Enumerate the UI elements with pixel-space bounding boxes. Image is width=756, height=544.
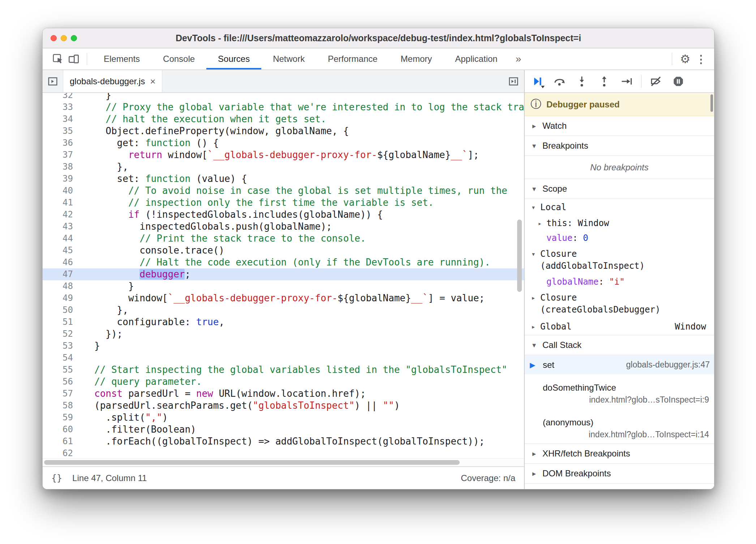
code-text[interactable]: configurable: true, [73,316,224,328]
call-stack-frame-set[interactable]: ▶setglobals-debugger.js:47 [525,355,714,374]
scope-variable-this[interactable]: ▸this: Window [525,216,714,231]
disclosure-expanded-icon[interactable]: ▾ [531,184,538,193]
scope-group-closure-createglobalsdebugger[interactable]: ▸Closure (createGlobalsDebugger) [525,289,714,318]
vertical-scrollbar-thumb[interactable] [517,220,522,292]
frame-location[interactable]: index.html?glob…sToInspect=i:9 [589,395,709,404]
call-stack-frame-anonymous[interactable]: (anonymous)index.html?glob…ToInspect=i:1… [525,409,714,444]
more-panels-button[interactable]: » [509,48,528,69]
code-text[interactable]: }, [73,304,128,316]
line-number-42[interactable]: 42 [43,209,73,221]
device-toolbar-button[interactable] [66,48,82,69]
line-number-60[interactable]: 60 [43,424,73,435]
tab-performance[interactable]: Performance [316,48,389,69]
line-number-45[interactable]: 45 [43,245,73,256]
disclosure-collapsed-icon[interactable]: ▸ [536,217,544,229]
code-text[interactable]: } [73,340,100,352]
disclosure-expanded-icon[interactable]: ▾ [531,141,538,150]
call-stack-frame-dosomethingtwice[interactable]: doSomethingTwiceindex.html?glob…sToInspe… [525,374,714,409]
section-header-watch[interactable]: ▸Watch [525,116,714,136]
code-text[interactable]: .split(",") [73,412,168,424]
code-text[interactable]: // Proxy the global variable that we're … [73,101,524,113]
scope-group-closure-addglobaltoinspect[interactable]: ▾Closure (addGlobalToInspect) [525,246,714,275]
disclosure-expanded-icon[interactable]: ▾ [530,248,537,260]
code-text[interactable]: return window[`__globals-debugger-proxy-… [73,149,479,161]
step-out-button[interactable] [596,73,612,89]
disclosure-collapsed-icon[interactable]: ▸ [530,321,537,333]
code-text[interactable]: if (!inspectedGlobals.includes(globalNam… [73,209,383,221]
code-text[interactable]: (parsedUrl.searchParams.get("globalsToIn… [73,400,400,412]
step-over-button[interactable] [551,73,567,89]
disclosure-collapsed-icon[interactable]: ▸ [530,292,537,304]
line-number-43[interactable]: 43 [43,221,73,233]
deactivate-breakpoints-button[interactable] [648,73,664,89]
code-text[interactable]: } [73,280,134,292]
code-text[interactable]: // halt the execution when it gets set. [73,113,326,125]
line-number-48[interactable]: 48 [43,280,73,292]
scope-group-local[interactable]: ▾Local [525,199,714,216]
code-text[interactable]: get: function () { [73,137,219,149]
line-number-41[interactable]: 41 [43,197,73,209]
code-text[interactable] [73,352,94,364]
code-text[interactable]: window[`__globals-debugger-proxy-for-${g… [73,292,485,304]
step-button[interactable] [619,73,635,89]
line-number-58[interactable]: 58 [43,400,73,412]
line-number-44[interactable]: 44 [43,233,73,245]
pretty-print-button[interactable]: {} [51,473,62,483]
step-into-button[interactable] [574,73,590,89]
code-text[interactable]: set: function (value) { [73,173,247,185]
code-text[interactable]: // Print the stack trace to the console. [73,233,366,245]
line-number-56[interactable]: 56 [43,376,73,388]
code-text[interactable]: // Start inspecting the global variables… [73,364,507,376]
frame-location[interactable]: globals-debugger.js:47 [626,360,710,370]
section-header-xhr-fetch-breakpoints[interactable]: ▸XHR/fetch Breakpoints [525,443,714,464]
frame-location[interactable]: index.html?glob…ToInspect=i:14 [589,430,709,439]
code-text[interactable]: Object.defineProperty(window, globalName… [73,125,349,137]
code-text[interactable]: // query parameter. [73,376,202,388]
line-number-55[interactable]: 55 [43,364,73,376]
minimize-window-button[interactable] [61,35,67,41]
code-text[interactable]: } [73,93,111,101]
disclosure-collapsed-icon[interactable]: ▸ [531,469,538,478]
tab-sources[interactable]: Sources [206,48,261,69]
resume-button[interactable] [529,73,545,89]
section-header-scope[interactable]: ▾Scope [525,179,714,199]
code-text[interactable] [73,447,94,459]
show-navigator-button[interactable] [43,70,63,92]
code-text[interactable]: console.trace() [73,245,224,256]
disclosure-expanded-icon[interactable]: ▾ [530,201,537,213]
line-number-53[interactable]: 53 [43,340,73,352]
line-number-32[interactable]: 32 [43,93,73,101]
zoom-window-button[interactable] [71,35,77,41]
line-number-50[interactable]: 50 [43,304,73,316]
code-text[interactable]: }); [73,328,123,340]
section-header-call-stack[interactable]: ▾Call Stack [525,335,714,355]
line-number-61[interactable]: 61 [43,435,73,447]
settings-gear-icon[interactable]: ⚙ [677,48,693,69]
code-text[interactable]: inspectedGlobals.push(globalName); [73,221,332,233]
tab-memory[interactable]: Memory [389,48,444,69]
disclosure-collapsed-icon[interactable]: ▸ [531,122,538,130]
line-number-57[interactable]: 57 [43,388,73,400]
line-number-39[interactable]: 39 [43,173,73,185]
editor-overflow-button[interactable] [508,70,519,92]
tab-console[interactable]: Console [151,48,206,69]
section-header-breakpoints[interactable]: ▾Breakpoints [525,136,714,156]
line-number-54[interactable]: 54 [43,352,73,364]
code-text[interactable]: debugger; [73,268,190,280]
scope-variable-value[interactable]: value: 0 [525,231,714,246]
code-text[interactable]: .filter(Boolean) [73,424,196,435]
code-text[interactable]: }, [73,161,128,173]
scope-variable-globalname[interactable]: globalName: "i" [525,275,714,289]
line-number-52[interactable]: 52 [43,328,73,340]
code-text[interactable]: .forEach((globalToInspect) => addGlobalT… [73,435,485,447]
sidebar-scrollbar-thumb[interactable] [710,94,713,112]
line-number-46[interactable]: 46 [43,256,73,268]
scope-group-global[interactable]: ▸GlobalWindow [525,318,714,335]
tab-application[interactable]: Application [443,48,509,69]
line-number-49[interactable]: 49 [43,292,73,304]
disclosure-expanded-icon[interactable]: ▾ [531,341,538,349]
disclosure-collapsed-icon[interactable]: ▸ [531,449,538,458]
tab-elements[interactable]: Elements [92,48,151,69]
code-text[interactable]: const parsedUrl = new URL(window.locatio… [73,388,366,400]
line-number-33[interactable]: 33 [43,101,73,113]
